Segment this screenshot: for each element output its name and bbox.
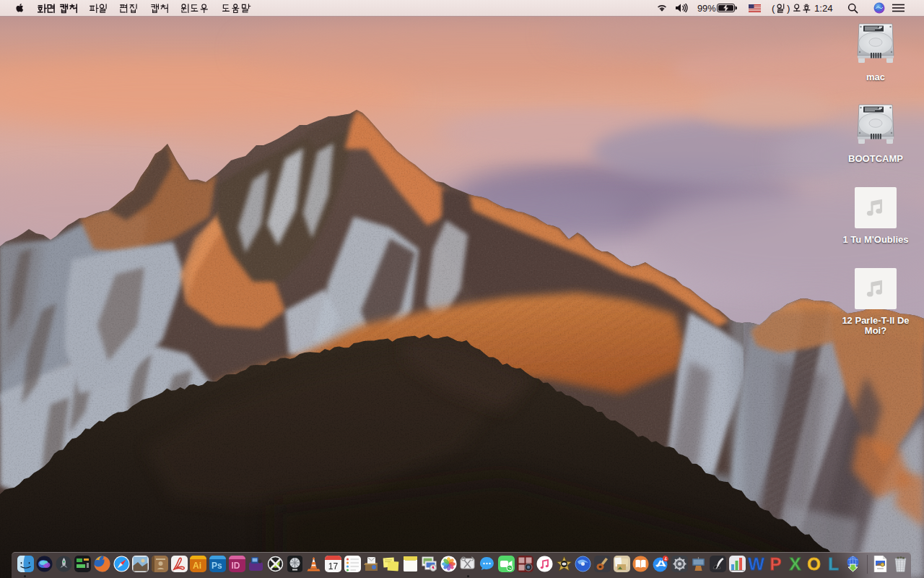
svg-text:W: W: [748, 556, 764, 572]
svg-text:ID: ID: [231, 561, 240, 571]
svg-text:P: P: [770, 556, 781, 572]
svg-text:X: X: [789, 556, 801, 572]
svg-text:L: L: [828, 556, 839, 572]
svg-text:Ps: Ps: [212, 561, 222, 571]
svg-text:O: O: [807, 556, 821, 572]
svg-text:17: 17: [328, 561, 339, 571]
svg-text:4: 4: [664, 556, 667, 561]
svg-text:Ai: Ai: [193, 561, 201, 571]
